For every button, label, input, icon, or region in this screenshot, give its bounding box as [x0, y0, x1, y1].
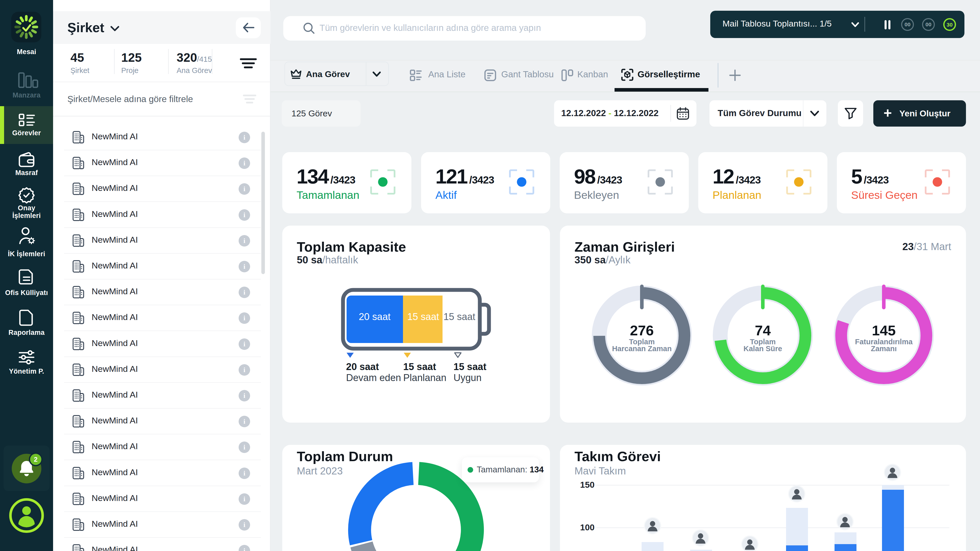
svg-text:2: 2 — [34, 455, 38, 463]
